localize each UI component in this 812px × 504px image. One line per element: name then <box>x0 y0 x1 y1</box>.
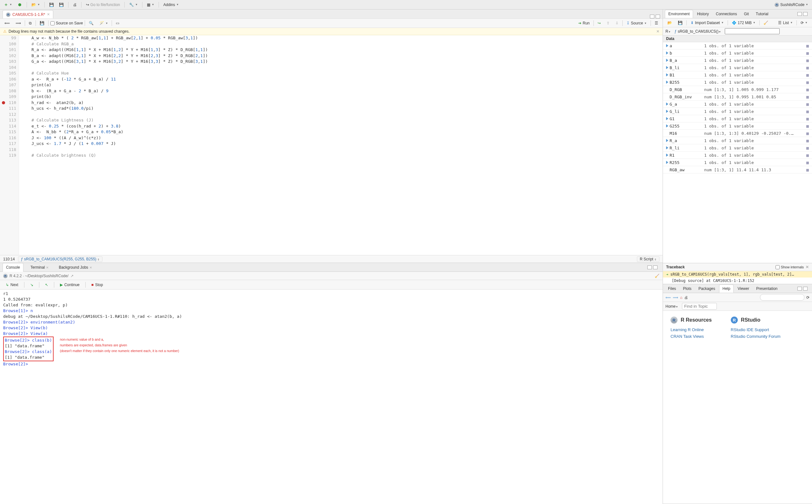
new-project-button[interactable]: ⬢ <box>15 1 24 8</box>
tab-git[interactable]: Git <box>741 10 752 18</box>
grid-button[interactable]: ▦▼ <box>145 1 156 8</box>
grid-icon[interactable]: ▦ <box>805 160 810 165</box>
env-variable-row[interactable]: G2551 obs. of 1 variable▦ <box>663 122 812 130</box>
env-search-input[interactable] <box>725 28 780 34</box>
env-variable-row[interactable]: B_li1 obs. of 1 variable▦ <box>663 64 812 71</box>
tab-console[interactable]: Console <box>3 263 23 272</box>
pane-controls[interactable] <box>645 265 660 269</box>
save-button[interactable]: 💾 <box>38 20 46 27</box>
grid-icon[interactable]: ▦ <box>805 167 810 172</box>
stop-button[interactable]: ■Stop <box>89 281 106 288</box>
expand-icon[interactable] <box>666 73 668 76</box>
expand-icon[interactable] <box>666 117 668 120</box>
clear-env-button[interactable]: 🧹 <box>762 19 770 26</box>
expand-icon[interactable] <box>666 102 668 106</box>
tab-environment[interactable]: Environment <box>665 10 693 18</box>
expand-icon[interactable] <box>666 139 668 142</box>
next-button[interactable]: ↳Next <box>3 281 21 288</box>
back-button[interactable]: ⟸ <box>665 295 671 300</box>
browse-button[interactable]: ↗ <box>70 274 74 278</box>
grid-icon[interactable]: ▦ <box>805 116 810 121</box>
refresh-button[interactable]: ⟳ <box>806 295 809 300</box>
down-button[interactable]: ⇩ <box>613 20 620 27</box>
grid-icon[interactable]: ▦ <box>805 131 810 136</box>
grid-icon[interactable]: ▦ <box>805 43 810 48</box>
tab-connections[interactable]: Connections <box>713 10 740 18</box>
grid-icon[interactable]: ▦ <box>805 80 810 85</box>
scope-function-button[interactable]: ƒ sRGB_to_CAM16UCS()▼ <box>675 29 721 34</box>
expand-icon[interactable] <box>666 124 668 128</box>
traceback-row[interactable]: ➔ sRGB_to_CAM16UCS(rgb_vals[test, 1], rg… <box>663 271 812 278</box>
show-internals-checkbox[interactable]: Show internals <box>776 265 804 269</box>
forward-button[interactable]: ⟹ <box>14 20 23 27</box>
console-output[interactable]: r11 0.5264737Called from: eval(expr, p)B… <box>0 290 663 504</box>
run-button[interactable]: ➔Run <box>576 20 592 27</box>
continue-button[interactable]: ▶Continue <box>57 281 82 288</box>
env-variable-row[interactable]: B2551 obs. of 1 variable▦ <box>663 79 812 86</box>
grid-icon[interactable]: ▦ <box>805 87 810 92</box>
expand-icon[interactable] <box>666 154 668 157</box>
step-into-button[interactable]: ↘ <box>28 281 36 288</box>
memory-indicator[interactable]: 💠 172 MiB▼ <box>730 19 757 26</box>
view-mode-button[interactable]: ☰ List▼ <box>776 19 795 26</box>
tab-terminal[interactable]: Terminal✕ <box>27 263 52 272</box>
env-variable-row[interactable]: G11 obs. of 1 variable▦ <box>663 115 812 122</box>
env-variable-row[interactable]: G_li1 obs. of 1 variable▦ <box>663 108 812 115</box>
tab-history[interactable]: History <box>694 10 712 18</box>
step-out-button[interactable]: ↖ <box>43 281 51 288</box>
tab-background-jobs[interactable]: Background Jobs✕ <box>56 263 95 272</box>
project-menu[interactable]: SushilsRCode ▼ <box>773 1 810 8</box>
line-gutter[interactable]: 9910010110210310410510610710810911011111… <box>0 35 19 255</box>
addins-button[interactable]: Addins▼ <box>161 1 181 8</box>
help-link[interactable]: Learning R Online <box>671 327 712 332</box>
grid-icon[interactable]: ▦ <box>805 153 810 158</box>
tab-help[interactable]: Help <box>719 285 734 293</box>
load-workspace-button[interactable]: 📂 <box>665 19 674 26</box>
back-button[interactable]: ⟸ <box>3 20 12 27</box>
scope-r-button[interactable]: R▼ <box>665 29 671 34</box>
up-button[interactable]: ⇧ <box>605 20 612 27</box>
file-type-indicator[interactable]: R Script ⇕ <box>637 256 659 262</box>
grid-icon[interactable]: ▦ <box>805 102 810 107</box>
grid-icon[interactable]: ▦ <box>805 51 810 56</box>
env-variable-row[interactable]: M16num [1:3, 1:3] 0.40129 -0.25027 -0.…▦ <box>663 130 812 137</box>
expand-icon[interactable] <box>666 81 668 84</box>
open-file-button[interactable]: 📂▼ <box>29 1 42 8</box>
expand-icon[interactable] <box>666 161 668 164</box>
grid-icon[interactable]: ▦ <box>805 73 810 77</box>
import-dataset-button[interactable]: ⬇Import Dataset▼ <box>689 19 726 26</box>
function-indicator[interactable]: ƒ sRGB_to_CAM16UCS(R255, G255, B255) ⇕ <box>18 256 102 262</box>
tab-files[interactable]: Files <box>665 285 679 292</box>
save-workspace-button[interactable]: 💾 <box>676 19 684 26</box>
env-variable-row[interactable]: R2551 obs. of 1 variable▦ <box>663 159 812 166</box>
env-variable-row[interactable]: R11 obs. of 1 variable▦ <box>663 152 812 159</box>
grid-icon[interactable]: ▦ <box>805 58 810 63</box>
goto-button[interactable]: ↪Go to file/function <box>84 1 122 8</box>
close-icon[interactable]: ✕ <box>47 12 50 16</box>
help-search-input[interactable] <box>760 294 804 301</box>
tab-tutorial[interactable]: Tutorial <box>753 10 772 18</box>
env-variable-row[interactable]: R_a1 obs. of 1 variable▦ <box>663 137 812 144</box>
tab-plots[interactable]: Plots <box>680 285 695 292</box>
new-file-button[interactable]: ＋▼ <box>2 1 14 8</box>
print-button[interactable]: 🖨 <box>684 295 688 300</box>
grid-icon[interactable]: ▦ <box>805 146 810 150</box>
env-variable-row[interactable]: B11 obs. of 1 variable▦ <box>663 71 812 79</box>
outline-button[interactable]: ▭ <box>114 20 121 27</box>
expand-icon[interactable] <box>666 51 668 55</box>
env-variable-row[interactable]: R_li1 obs. of 1 variable▦ <box>663 144 812 152</box>
wand-button[interactable]: 🪄▼ <box>97 20 110 27</box>
traceback-row[interactable]: [Debug source] at CAM16UCS-1-1.R:152 <box>663 278 812 284</box>
find-button[interactable]: 🔍 <box>87 20 95 27</box>
help-link[interactable]: RStudio IDE Support <box>731 327 781 332</box>
home-button[interactable]: ⌂ <box>680 295 682 300</box>
grid-icon[interactable]: ▦ <box>805 124 810 128</box>
outline-toggle[interactable]: ☰ <box>653 20 660 27</box>
close-icon[interactable]: ✕ <box>806 265 809 269</box>
home-crumb[interactable]: Home▼ <box>665 304 678 309</box>
tab-viewer[interactable]: Viewer <box>734 285 752 292</box>
save-all-button[interactable]: 💾 <box>57 1 66 8</box>
source-on-save-checkbox[interactable]: Source on Save <box>50 21 83 25</box>
grid-icon[interactable]: ▦ <box>805 95 810 99</box>
expand-icon[interactable] <box>666 110 668 113</box>
